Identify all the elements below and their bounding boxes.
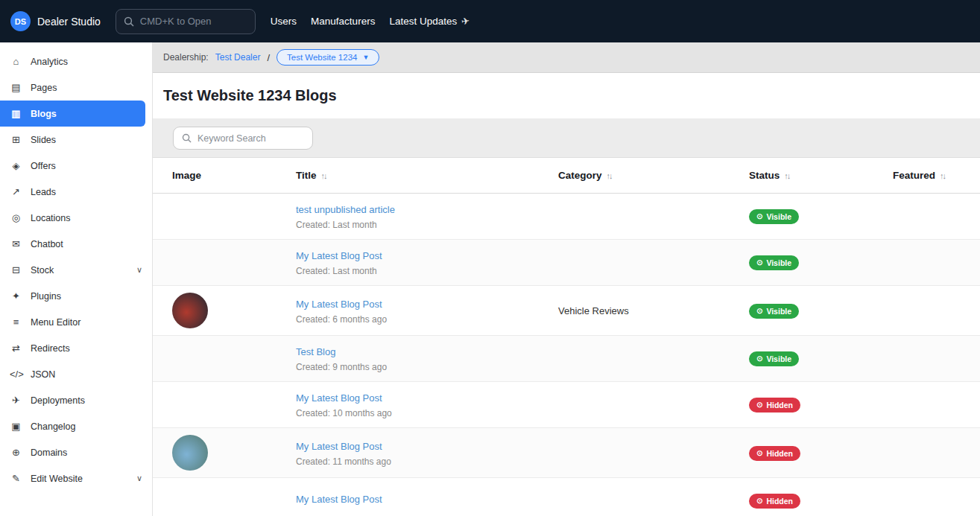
brand-name: Dealer Studio — [37, 16, 101, 28]
command-search[interactable]: CMD+K to Open — [116, 9, 256, 34]
status-badge-label: Visible — [766, 212, 791, 221]
sort-icon[interactable]: ↑↓ — [321, 171, 326, 180]
status-badge-label: Hidden — [766, 401, 793, 410]
column-header-category[interactable]: Category ↑↓ — [558, 170, 749, 181]
keyword-search-placeholder: Keyword Search — [197, 133, 266, 144]
sort-icon[interactable]: ↑↓ — [784, 171, 789, 180]
sidebar-item-icon: ✈ — [10, 395, 22, 406]
column-header-title[interactable]: Title ↑↓ — [296, 170, 558, 181]
blog-created-date: Created: Last month — [296, 220, 558, 230]
status-badge: ⊙ Visible — [749, 304, 799, 319]
table-body: test unpublished article Created: Last m… — [153, 194, 980, 516]
sidebar-item-icon: ✦ — [10, 290, 22, 302]
sidebar-item-plugins[interactable]: ✦ Plugins ∨ — [0, 283, 152, 309]
blog-status-cell: ⊙ Visible — [749, 303, 893, 319]
sidebar-item-icon: ▤ — [10, 82, 22, 93]
sidebar-item-json[interactable]: </> JSON ∨ — [0, 361, 152, 387]
search-icon — [182, 133, 192, 143]
blog-title-link[interactable]: Test Blog — [296, 346, 335, 357]
breadcrumb-dealer-link[interactable]: Test Dealer — [215, 52, 261, 63]
nav-users[interactable]: Users — [271, 16, 297, 27]
command-search-placeholder: CMD+K to Open — [140, 16, 212, 27]
nav-latest-updates[interactable]: Latest Updates ✈ — [389, 16, 470, 27]
sidebar-item-chatbot[interactable]: ✉ Chatbot ∨ — [0, 231, 152, 257]
blog-created-date: Created: Last month — [296, 266, 558, 276]
top-navigation: Users Manufacturers Latest Updates ✈ — [271, 16, 470, 27]
sidebar-item-icon: ⇄ — [10, 343, 22, 354]
filter-bar: Keyword Search — [153, 119, 980, 158]
sidebar-item-label: Edit Website — [31, 474, 83, 484]
website-selector[interactable]: Test Website 1234 ▼ — [276, 49, 379, 66]
blog-table-row: My Latest Blog Post ⊙ Hidden — [153, 478, 980, 516]
column-header-status[interactable]: Status ↑↓ — [749, 170, 893, 181]
status-dot-icon: ⊙ — [756, 213, 762, 220]
sidebar-item-pages[interactable]: ▤ Pages ∨ — [0, 74, 152, 101]
sidebar-item-label: Deployments — [31, 395, 85, 406]
sidebar-item-label: Changelog — [31, 421, 75, 432]
sidebar-item-edit-website[interactable]: ✎ Edit Website ∨ — [0, 465, 152, 491]
status-badge: ⊙ Hidden — [749, 494, 800, 509]
column-label: Image — [172, 170, 201, 181]
sort-icon[interactable]: ↑↓ — [940, 171, 945, 180]
sidebar-item-domains[interactable]: ⊕ Domains ∨ — [0, 439, 152, 465]
sidebar-nav: ⌂ Analytics ∨ ▤ Pages ∨ ▥ Blogs ∨ ⊞ Slid… — [0, 48, 152, 491]
keyword-search-input[interactable]: Keyword Search — [173, 127, 313, 150]
brand[interactable]: DS Dealer Studio — [10, 11, 101, 31]
blog-table-row: Test Blog Created: 9 months ago ⊙ Visibl… — [153, 336, 980, 382]
sidebar-item-locations[interactable]: ◎ Locations ∨ — [0, 205, 152, 231]
nav-manufacturers[interactable]: Manufacturers — [311, 16, 375, 27]
chevron-down-icon: ∨ — [136, 474, 142, 483]
sidebar-item-blogs[interactable]: ▥ Blogs ∨ — [0, 101, 145, 127]
sidebar-item-menu-editor[interactable]: ≡ Menu Editor ∨ — [0, 309, 152, 335]
sidebar-item-label: Plugins — [31, 291, 61, 302]
title-bar: Test Website 1234 Blogs — [153, 73, 980, 119]
sidebar-item-label: Menu Editor — [31, 317, 80, 328]
sidebar: ⌂ Analytics ∨ ▤ Pages ∨ ▥ Blogs ∨ ⊞ Slid… — [0, 42, 153, 516]
sidebar-item-leads[interactable]: ↗ Leads ∨ — [0, 179, 152, 205]
sidebar-item-icon: ≡ — [10, 316, 22, 328]
status-dot-icon: ⊙ — [756, 259, 762, 267]
sidebar-item-analytics[interactable]: ⌂ Analytics ∨ — [0, 48, 152, 74]
sidebar-item-changelog[interactable]: ▣ Changelog ∨ — [0, 413, 152, 439]
status-dot-icon: ⊙ — [756, 401, 762, 409]
sidebar-item-offers[interactable]: ◈ Offers ∨ — [0, 153, 152, 179]
blog-status-cell: ⊙ Hidden — [749, 493, 893, 509]
sidebar-item-redirects[interactable]: ⇄ Redirects ∨ — [0, 335, 152, 361]
blog-title-cell: My Latest Blog Post Created: 10 months a… — [296, 391, 558, 418]
status-badge: ⊙ Hidden — [749, 398, 800, 413]
column-label: Title — [296, 170, 317, 181]
car-photo[interactable] — [172, 293, 208, 328]
sidebar-item-slides[interactable]: ⊞ Slides ∨ — [0, 127, 152, 153]
blog-title-link[interactable]: My Latest Blog Post — [296, 250, 382, 261]
sidebar-item-icon: ◈ — [10, 160, 22, 171]
sidebar-item-label: Redirects — [31, 343, 70, 354]
blog-title-link[interactable]: My Latest Blog Post — [296, 441, 382, 452]
blog-created-date: Created: 9 months ago — [296, 362, 558, 372]
blog-title-cell: My Latest Blog Post Created: 6 months ag… — [296, 297, 558, 325]
sort-icon[interactable]: ↑↓ — [607, 171, 612, 180]
blog-title-link[interactable]: My Latest Blog Post — [296, 494, 382, 505]
chevron-down-icon: ∨ — [136, 265, 142, 275]
blog-title-cell: My Latest Blog Post Created: Last month — [296, 249, 558, 276]
column-label: Category — [558, 170, 602, 181]
blog-created-date: Created: 10 months ago — [296, 408, 558, 418]
status-dot-icon: ⊙ — [756, 497, 762, 505]
blog-title-link[interactable]: My Latest Blog Post — [296, 392, 382, 404]
blog-title-link[interactable]: test unpublished article — [296, 204, 395, 215]
blog-image-cell — [172, 293, 296, 328]
sidebar-item-label: Blogs — [31, 109, 57, 119]
blog-status-cell: ⊙ Visible — [749, 351, 893, 366]
sidebar-item-label: Stock — [31, 265, 54, 275]
chevron-down-icon: ▼ — [362, 54, 369, 61]
sidebar-item-deployments[interactable]: ✈ Deployments ∨ — [0, 387, 152, 413]
status-dot-icon: ⊙ — [756, 308, 762, 315]
blog-title-link[interactable]: My Latest Blog Post — [296, 299, 382, 310]
column-header-featured[interactable]: Featured ↑↓ — [893, 170, 980, 181]
sidebar-item-label: Slides — [31, 135, 56, 145]
search-icon — [124, 16, 134, 27]
people-photo[interactable] — [172, 435, 208, 471]
status-badge-label: Hidden — [766, 449, 793, 458]
status-dot-icon: ⊙ — [756, 355, 762, 363]
nav-latest-updates-label: Latest Updates — [389, 16, 457, 27]
sidebar-item-stock[interactable]: ⊟ Stock ∨ — [0, 257, 152, 283]
